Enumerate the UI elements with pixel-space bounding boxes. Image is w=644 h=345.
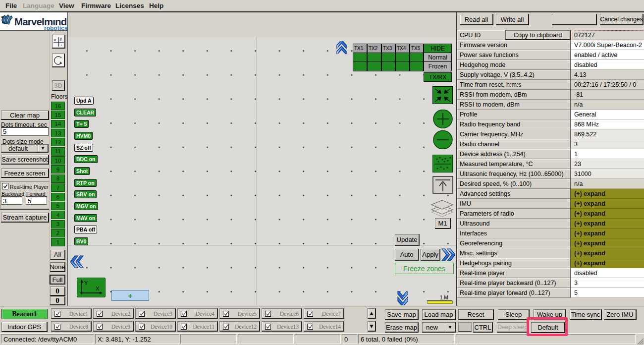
svg-text:Y: Y <box>84 280 88 286</box>
svg-text:X: X <box>96 286 100 291</box>
svg-text:x: x <box>54 38 56 42</box>
svg-text:y: y <box>60 37 62 41</box>
